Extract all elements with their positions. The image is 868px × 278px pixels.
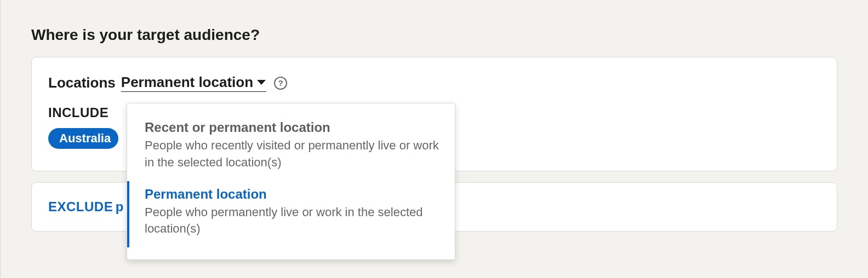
option-title: Permanent location [145,187,439,202]
location-type-selected: Permanent location [121,74,253,91]
location-type-dropdown[interactable]: Permanent location [121,74,266,92]
locations-header-row: Locations Permanent location ? [48,74,820,92]
exclude-trailing-text: p [116,199,124,214]
option-title: Recent or permanent location [145,120,439,135]
exclude-label[interactable]: EXCLUDE [48,199,113,214]
location-pill-australia[interactable]: Australia [48,128,118,149]
dropdown-option-recent-or-permanent[interactable]: Recent or permanent location People who … [127,114,455,181]
option-desc: People who permanently live or work in t… [145,204,439,238]
option-desc: People who recently visited or permanent… [145,137,439,171]
dropdown-option-permanent[interactable]: Permanent location People who permanentl… [127,181,455,248]
locations-label: Locations [48,74,116,91]
pill-label: Australia [59,131,111,146]
caret-down-icon [256,79,266,86]
location-type-dropdown-menu: Recent or permanent location People who … [127,103,455,260]
section-title: Where is your target audience? [31,26,837,44]
help-icon[interactable]: ? [274,77,287,90]
